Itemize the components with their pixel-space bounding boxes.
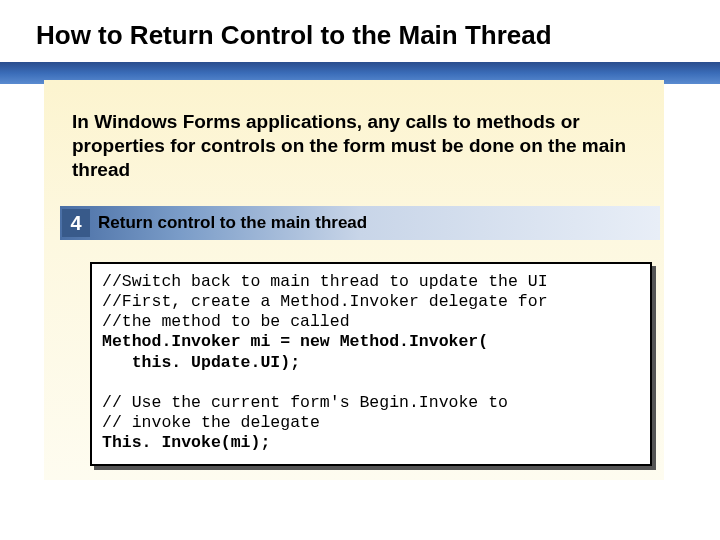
- code-line: Method.Invoker mi = new Method.Invoker(: [102, 332, 488, 351]
- step-bar: 4 Return control to the main thread: [60, 206, 660, 240]
- code-line: //Switch back to main thread to update t…: [102, 272, 548, 291]
- code-line: // Use the current form's Begin.Invoke t…: [102, 393, 508, 412]
- step-number: 4: [70, 212, 81, 235]
- code-line: //the method to be called: [102, 312, 350, 331]
- intro-text: In Windows Forms applications, any calls…: [72, 110, 632, 181]
- code-line: This. Invoke(mi);: [102, 433, 270, 452]
- step-number-box: 4: [62, 209, 90, 237]
- code-line: this. Update.UI);: [102, 353, 300, 372]
- slide: How to Return Control to the Main Thread…: [0, 0, 720, 540]
- code-line: //First, create a Method.Invoker delegat…: [102, 292, 548, 311]
- code-line: // invoke the delegate: [102, 413, 320, 432]
- step-label: Return control to the main thread: [98, 213, 367, 233]
- slide-title: How to Return Control to the Main Thread: [0, 0, 720, 61]
- code-block: //Switch back to main thread to update t…: [90, 262, 652, 466]
